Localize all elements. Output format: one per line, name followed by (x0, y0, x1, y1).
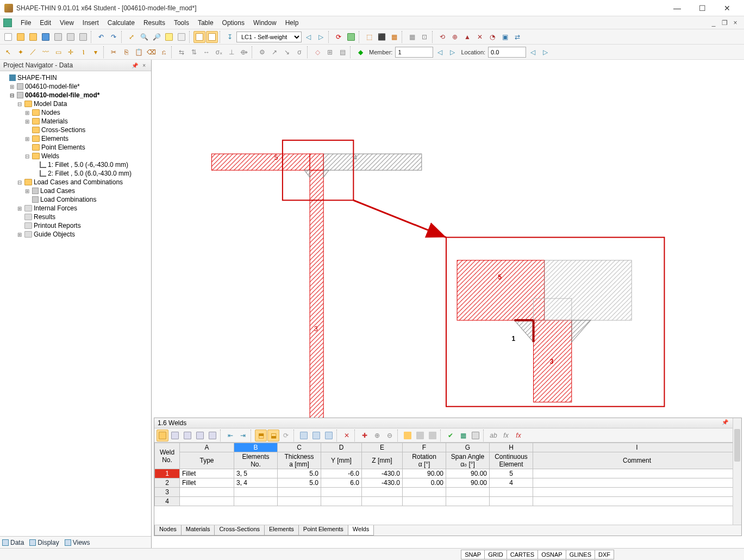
close-button[interactable]: ✕ (715, 0, 740, 16)
tree-internal-forces[interactable]: Internal Forces (34, 204, 77, 212)
nav-tab-display[interactable]: Display (29, 539, 59, 546)
tbl-fx3-icon[interactable]: fx (512, 430, 524, 441)
cross-icon[interactable]: ✛ (65, 46, 77, 58)
tree-materials[interactable]: Materials (41, 117, 68, 125)
settings4-icon[interactable]: σ (293, 46, 305, 58)
tbl-prev-icon[interactable]: ⇤ (224, 430, 236, 441)
menu-table[interactable]: Table (193, 18, 218, 28)
tree-weld-1[interactable]: 1: Fillet , 5.0 (-6,-430.0 mm) (48, 161, 128, 169)
loadcase-prev-icon[interactable]: ◁ (302, 31, 314, 43)
menu-options[interactable]: Options (218, 18, 249, 28)
tbl-view1-icon[interactable] (298, 430, 310, 441)
member-input[interactable] (395, 47, 433, 58)
ibeam-icon[interactable]: Ⲓ (77, 46, 89, 58)
tbl-btn-4[interactable] (194, 430, 206, 441)
mdi-restore[interactable]: ❐ (719, 19, 730, 27)
edit3-icon[interactable]: 📋 (133, 46, 145, 58)
save-icon[interactable] (40, 31, 52, 43)
node-icon[interactable]: ✦ (15, 46, 27, 58)
edit4-icon[interactable]: ⌫ (145, 46, 157, 58)
modify3-icon[interactable]: ↔ (201, 46, 212, 58)
modify4-icon[interactable]: σₓ (213, 46, 225, 58)
copy-icon[interactable] (77, 31, 89, 43)
tbl-fx2-icon[interactable]: fx (500, 430, 512, 441)
menu-window[interactable]: Window (249, 18, 281, 28)
modify2-icon[interactable]: ⇅ (188, 46, 200, 58)
mdi-close[interactable]: × (730, 19, 741, 27)
tbl-delete-icon[interactable]: ✕ (341, 430, 353, 441)
loadcase-combo[interactable]: LC1 - Self-weight (236, 32, 302, 42)
snap-icon[interactable]: ⊡ (418, 31, 430, 43)
member-prev-icon[interactable]: ◁ (434, 46, 446, 58)
tool5-icon[interactable]: ◔ (486, 31, 498, 43)
tree-results[interactable]: Results (34, 213, 55, 221)
tbl-btn-5[interactable] (207, 430, 218, 441)
edit1-icon[interactable]: ✂ (108, 46, 120, 58)
tree-printout[interactable]: Printout Reports (34, 222, 81, 229)
undo-icon[interactable]: ↶ (95, 31, 107, 43)
status-cartes[interactable]: CARTES (507, 550, 538, 559)
status-grid[interactable]: GRID (484, 550, 507, 559)
tree-elements[interactable]: Elements (41, 135, 68, 142)
nav-tab-data[interactable]: Data (2, 539, 24, 546)
tab-elements[interactable]: Elements (264, 525, 299, 536)
tbl-filter2-icon[interactable]: ⬓ (267, 430, 279, 441)
tbl-view2-icon[interactable] (310, 430, 322, 441)
print-icon[interactable] (65, 31, 77, 43)
settings2-icon[interactable]: ↗ (268, 46, 280, 58)
grid-icon[interactable]: ▦ (406, 31, 418, 43)
tool4-icon[interactable]: ✕ (474, 31, 486, 43)
tbl-btn-2[interactable] (169, 430, 181, 441)
loadcase-type-icon[interactable]: ↧ (224, 31, 236, 43)
tbl-calc-icon[interactable] (470, 430, 482, 441)
graphic2-icon[interactable]: ⬛ (376, 31, 387, 43)
tree-loadcases[interactable]: Load Cases (40, 187, 75, 195)
edit2-icon[interactable]: ⎘ (120, 46, 132, 58)
modify5-icon[interactable]: ⊥ (226, 46, 237, 58)
tool7-icon[interactable]: ⇄ (511, 31, 523, 43)
tbl-color3-icon[interactable] (427, 430, 439, 441)
mdi-minimize[interactable]: _ (708, 19, 719, 27)
tree-weld-2[interactable]: 2: Fillet , 5.0 (6.0,-430.0 mm) (48, 170, 132, 177)
tab-welds[interactable]: Welds (348, 525, 374, 536)
toggle-table-icon[interactable] (206, 31, 218, 43)
calculate-icon[interactable]: ⟳ (333, 31, 345, 43)
tree-file-2[interactable]: 004610-model-file_mod* (25, 91, 99, 99)
navigator-tree[interactable]: SHAPE-THIN ⊞004610-model-file* ⊟004610-m… (0, 71, 151, 536)
open-icon[interactable] (15, 31, 27, 43)
menu-help[interactable]: Help (281, 18, 303, 28)
pointer-icon[interactable]: ↖ (2, 46, 14, 58)
menu-file[interactable]: File (16, 18, 35, 28)
edit5-icon[interactable]: ⎌ (158, 46, 170, 58)
tree-file-1[interactable]: 004610-model-file* (25, 83, 80, 90)
menu-tools[interactable]: Tools (170, 18, 193, 28)
tab-cross-sections[interactable]: Cross-Sections (214, 525, 265, 536)
hdr-weld-no[interactable]: Weld No. (155, 443, 180, 469)
navigator-close-icon[interactable]: × (140, 63, 148, 69)
tbl-excel-icon[interactable]: ▦ (457, 430, 469, 441)
system-menu-icon[interactable] (3, 18, 12, 27)
tbl-check-icon[interactable]: ✔ (445, 430, 457, 441)
zoom-window-icon[interactable]: ⤢ (126, 31, 137, 43)
tree-cross-sections[interactable]: Cross-Sections (41, 126, 85, 134)
tbl-view3-icon[interactable] (323, 430, 335, 441)
zoom-extents-icon[interactable] (163, 31, 175, 43)
status-snap[interactable]: SNAP (461, 550, 485, 559)
location-next-icon[interactable]: ▷ (539, 46, 551, 58)
tab-point-elements[interactable]: Point Elements (298, 525, 348, 536)
results-icon[interactable] (345, 31, 357, 43)
tbl-next-icon[interactable]: ⇥ (237, 430, 249, 441)
zoom-icon[interactable]: 🔍 (138, 31, 150, 43)
tool3-icon[interactable]: ▲ (461, 31, 473, 43)
tbl-insert2-icon[interactable]: ⊕ (371, 430, 383, 441)
tree-nodes[interactable]: Nodes (41, 109, 60, 116)
view-dropdown-icon[interactable] (176, 31, 187, 43)
tbl-color1-icon[interactable] (402, 430, 414, 441)
redo-icon[interactable]: ↷ (108, 31, 120, 43)
open-recent-icon[interactable] (27, 31, 39, 43)
location-input[interactable] (488, 47, 526, 58)
toggle-navigator-icon[interactable] (193, 31, 205, 43)
menu-view[interactable]: View (55, 18, 78, 28)
tbl-insert3-icon[interactable]: ⊖ (384, 430, 396, 441)
status-dxf[interactable]: DXF (595, 550, 614, 559)
